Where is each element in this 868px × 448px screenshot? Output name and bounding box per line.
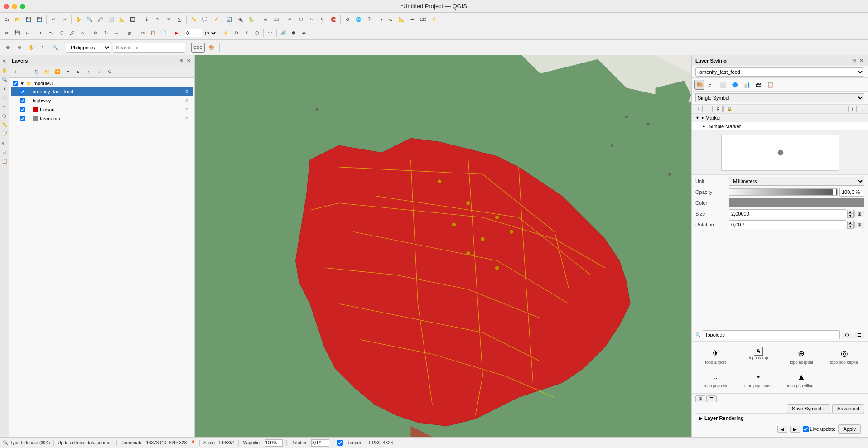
opacity-input[interactable] bbox=[839, 188, 864, 197]
maximize-button[interactable] bbox=[20, 4, 25, 9]
search-input[interactable] bbox=[113, 43, 185, 53]
select-expr-btn[interactable]: ∑ bbox=[174, 14, 184, 24]
zoom-out-small-btn[interactable]: ⊖ bbox=[14, 43, 24, 53]
coord-btn[interactable]: xy bbox=[386, 14, 395, 24]
render-checkbox[interactable] bbox=[337, 440, 343, 446]
minimize-button[interactable] bbox=[12, 4, 17, 9]
marker-list-btn[interactable]: ☰ bbox=[854, 332, 864, 338]
print-btn[interactable]: 🖨 bbox=[260, 14, 270, 24]
layers-close-btn[interactable]: ✕ bbox=[185, 58, 192, 64]
zoom-extent-btn[interactable]: ⬜ bbox=[106, 14, 116, 24]
layer-group-header[interactable]: ▼ 📁 module3 bbox=[11, 80, 193, 87]
unit-select[interactable]: Millimeters bbox=[729, 177, 864, 186]
scale-btn[interactable]: ↔ bbox=[111, 28, 121, 38]
python-btn[interactable]: 🐍 bbox=[246, 14, 256, 24]
layer-checkbox-tasmania[interactable] bbox=[20, 116, 25, 121]
size-input[interactable] bbox=[729, 209, 846, 218]
layer-zoom-btn4[interactable]: ⊟ bbox=[185, 116, 189, 121]
pan-btn[interactable]: ✋ bbox=[73, 14, 83, 24]
cut-btn[interactable]: ✂ bbox=[138, 28, 148, 38]
marker-topo-pop-capital[interactable]: ◎ topo pop capital bbox=[823, 344, 865, 367]
apply-btn[interactable]: Apply bbox=[838, 424, 861, 434]
copy-btn[interactable]: 📋 bbox=[148, 28, 158, 38]
3d-btn[interactable]: 🔷 bbox=[730, 80, 740, 90]
marker-tree-item[interactable]: ▼ ● Marker bbox=[692, 114, 868, 122]
filter-layer-btn[interactable]: 🔽 bbox=[53, 67, 63, 77]
save-symbol-btn[interactable]: Save Symbol... bbox=[787, 404, 830, 413]
undo-btn[interactable]: ↩ bbox=[48, 14, 58, 24]
remove-symbol-layer-btn[interactable]: − bbox=[704, 106, 713, 112]
zoom-out-btn[interactable]: 🔎 bbox=[95, 14, 105, 24]
pan-map-btn[interactable]: ✋ bbox=[26, 43, 36, 53]
pencil-btn[interactable]: ✏ bbox=[2, 28, 12, 38]
snap-enable-btn[interactable]: ⚡ bbox=[221, 28, 231, 38]
metadata-btn[interactable]: 📋 bbox=[765, 80, 775, 90]
side-edit-btn[interactable]: ✏ bbox=[0, 102, 9, 111]
unit-select[interactable]: px bbox=[203, 29, 217, 37]
side-annotate-btn[interactable]: 📝 bbox=[0, 130, 9, 138]
redo-btn[interactable]: ↪ bbox=[59, 14, 69, 24]
marker-search-input[interactable] bbox=[703, 330, 840, 339]
layer-zoom-btn2[interactable]: ⊟ bbox=[185, 98, 189, 103]
marker-topo-pop-city[interactable]: ○ topo pop city bbox=[694, 368, 737, 390]
digitize-btn[interactable]: ✏ bbox=[285, 14, 295, 24]
direction-btn[interactable]: ➡ bbox=[407, 14, 417, 24]
simple-marker-tree-item[interactable]: ● Simple Marker bbox=[692, 122, 868, 131]
delete-btn[interactable]: 🗑 bbox=[125, 28, 135, 38]
mask-btn[interactable]: ⬜ bbox=[718, 80, 728, 90]
zoom-in-btn[interactable]: 🔍 bbox=[84, 14, 94, 24]
symbol-mode-select[interactable]: Single Symbol bbox=[695, 93, 864, 102]
magnifier-input[interactable] bbox=[265, 439, 283, 447]
layer-item-amenity-fast-food[interactable]: ⋮ amenity_fast_food ⊟ bbox=[11, 87, 193, 96]
split-btn[interactable]: ✂ bbox=[307, 14, 317, 24]
styling-layer-dropdown[interactable]: amenity_fast_food bbox=[695, 67, 864, 77]
measure2-btn[interactable]: 📐 bbox=[396, 14, 406, 24]
side-arrow-btn[interactable]: ↖ bbox=[0, 57, 9, 65]
list-view-btn[interactable]: ☰ bbox=[706, 395, 717, 402]
marker-topo-pop-house[interactable]: • topo pop house bbox=[738, 368, 780, 390]
type-to-locate[interactable]: 🔍 Type to locate (⌘K) bbox=[3, 440, 50, 445]
layer-item-tasmania[interactable]: ⋮ tasmania ⊟ bbox=[11, 114, 193, 123]
add-point-btn[interactable]: • bbox=[36, 28, 46, 38]
paste-btn[interactable]: 📄 bbox=[159, 28, 169, 38]
save-btn[interactable]: 💾 bbox=[24, 14, 34, 24]
marker-topo-hospital[interactable]: ⊕ topo hospital bbox=[781, 344, 823, 367]
rotation-input[interactable] bbox=[729, 220, 846, 229]
side-hand-btn[interactable]: ✋ bbox=[0, 66, 9, 74]
side-forms-btn[interactable]: 📋 bbox=[0, 157, 9, 165]
reshape-btn[interactable]: ⟳ bbox=[318, 14, 328, 24]
layer-checkbox-highway[interactable] bbox=[20, 98, 25, 103]
rotation-expr-btn[interactable]: ⊞ bbox=[854, 222, 864, 228]
highlight-btn[interactable]: ▶ bbox=[172, 28, 182, 38]
snap-intersect-btn[interactable]: ✕ bbox=[241, 28, 251, 38]
zoom-select-btn[interactable]: 🔲 bbox=[128, 14, 138, 24]
px-input[interactable] bbox=[185, 29, 202, 37]
geom-btn[interactable]: ◈ bbox=[299, 28, 309, 38]
rotation-up-btn[interactable]: ▲ bbox=[847, 221, 854, 225]
close-button[interactable] bbox=[4, 4, 9, 9]
styling-float-btn[interactable]: ⊞ bbox=[851, 58, 857, 64]
side-label-btn[interactable]: 🏷 bbox=[0, 139, 9, 147]
color-swatch[interactable] bbox=[729, 198, 864, 207]
advanced-btn[interactable]: Advanced bbox=[832, 404, 864, 413]
move-down-btn[interactable]: ↓ bbox=[94, 67, 104, 77]
save-edits-btn[interactable]: 💾 bbox=[12, 28, 22, 38]
move-btn[interactable]: ⊕ bbox=[91, 28, 101, 38]
diagram-btn[interactable]: 📊 bbox=[742, 80, 752, 90]
marker-topo-pop-village[interactable]: ▲ topo pop village bbox=[781, 368, 823, 390]
new-project-btn[interactable]: 🗂 bbox=[2, 14, 12, 24]
lock-symbol-layer-btn[interactable]: 🔒 bbox=[723, 106, 735, 112]
group-layers-btn[interactable]: 📁 bbox=[42, 67, 52, 77]
map-tips-btn[interactable]: 💬 bbox=[199, 14, 209, 24]
map-deselect-btn[interactable]: 🔍 bbox=[50, 43, 60, 53]
cdc-btn[interactable]: CDC bbox=[191, 43, 205, 53]
layer-item-highway[interactable]: ⋮ highway ⊟ bbox=[11, 96, 193, 105]
marker-topo-camp[interactable]: A topo camp bbox=[738, 344, 780, 367]
move-up-btn[interactable]: ↑ bbox=[84, 67, 94, 77]
rotation-down-btn[interactable]: ▼ bbox=[847, 225, 854, 229]
collapse-all-btn[interactable]: ▶ bbox=[73, 67, 83, 77]
move-symbol-down-btn[interactable]: ↓ bbox=[858, 106, 866, 112]
topology-btn[interactable]: ⬢ bbox=[289, 28, 299, 38]
layer-zoom-btn3[interactable]: ⊟ bbox=[185, 107, 189, 112]
digitize-btn2[interactable]: 🖊 bbox=[67, 28, 77, 38]
